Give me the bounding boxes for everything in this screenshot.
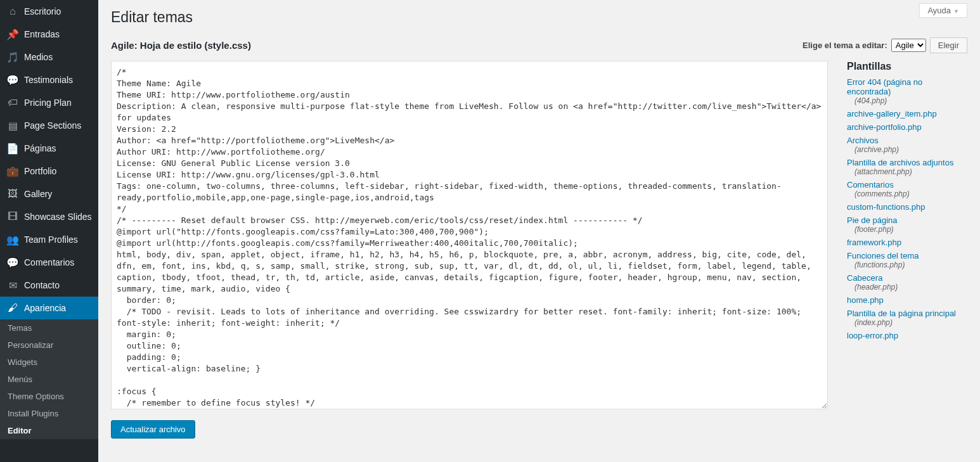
sidebar-item-label: Portfolio — [24, 166, 56, 176]
sidebar-item-label: Page Sections — [24, 120, 81, 131]
template-item: home.php — [847, 295, 967, 305]
template-link[interactable]: Plantilla de archivos adjuntos — [847, 158, 953, 167]
help-label: Ayuda — [927, 6, 951, 15]
choose-theme-button[interactable]: Elegir — [930, 37, 967, 53]
sidebar-item-comments[interactable]: 💬Comentarios — [0, 251, 98, 274]
sidebar-item-posts[interactable]: 📌Entradas — [0, 23, 98, 46]
template-item: Funciones del tema(functions.php) — [847, 251, 967, 269]
template-item: Pie de página(footer.php) — [847, 215, 967, 234]
sidebar-item-team[interactable]: 👥Team Profiles — [0, 228, 98, 251]
brush-icon: 🖌 — [6, 302, 19, 314]
comment-icon: 💬 — [6, 256, 19, 269]
sections-icon: ▤ — [6, 119, 19, 132]
template-filename: (header.php) — [847, 283, 967, 292]
code-editor[interactable] — [111, 61, 828, 409]
team-icon: 👥 — [6, 233, 19, 246]
template-item: Comentarios(comments.php) — [847, 180, 967, 198]
template-filename: (attachment.php) — [847, 167, 967, 176]
template-item: Plantilla de la página principal(index.p… — [847, 309, 967, 327]
theme-select-label: Elige el tema a editar: — [803, 41, 887, 50]
sidebar-item-contact[interactable]: ✉Contacto — [0, 274, 98, 297]
contact-icon: ✉ — [6, 279, 19, 292]
sidebar-item-label: Entradas — [24, 29, 60, 39]
template-link[interactable]: home.php — [847, 295, 884, 305]
sidebar-item-label: Páginas — [24, 143, 56, 153]
slides-icon: 🎞 — [6, 210, 19, 223]
help-tab[interactable]: Ayuda▼ — [919, 3, 967, 18]
templates-column: Plantillas Error 404 (página no encontra… — [847, 61, 967, 439]
editor-column: Actualizar archivo — [111, 61, 828, 439]
template-item: Plantilla de archivos adjuntos(attachmen… — [847, 158, 967, 176]
sidebar-sub-customize[interactable]: Personalizar — [0, 337, 98, 354]
sidebar-item-testimonials[interactable]: 💬Testimonials — [0, 68, 98, 91]
template-filename: (index.php) — [847, 318, 967, 327]
template-link[interactable]: Archivos — [847, 136, 879, 145]
pin-icon: 📌 — [6, 28, 19, 41]
template-item: Error 404 (página no encontrada)(404.php… — [847, 77, 967, 105]
sidebar-item-label: Pricing Plan — [24, 98, 72, 108]
template-link[interactable]: Funciones del tema — [847, 251, 919, 260]
theme-select[interactable]: Agile — [891, 39, 926, 52]
sidebar-sub-widgets[interactable]: Widgets — [0, 354, 98, 371]
template-item: archive-gallery_item.php — [847, 109, 967, 119]
template-item: archive-portfolio.php — [847, 122, 967, 132]
page-title: Editar temas — [111, 0, 967, 31]
template-item: custom-functions.php — [847, 202, 967, 212]
sidebar-item-gallery[interactable]: 🖼Gallery — [0, 183, 98, 205]
tag-icon: 🏷 — [6, 96, 19, 109]
theme-selector: Elige el tema a editar: Agile Elegir — [803, 37, 967, 53]
sidebar-sub-install-plugins[interactable]: Install Plugins — [0, 405, 98, 422]
sidebar-item-label: Apariencia — [24, 303, 66, 313]
sidebar-item-label: Medios — [24, 52, 53, 62]
sidebar-item-label: Contacto — [24, 280, 60, 290]
portfolio-icon: 💼 — [6, 165, 19, 177]
template-link[interactable]: archive-portfolio.php — [847, 122, 922, 132]
sidebar-sub-menus[interactable]: Menús — [0, 371, 98, 388]
sidebar-submenu: Temas Personalizar Widgets Menús Theme O… — [0, 319, 98, 439]
template-link[interactable]: Plantilla de la página principal — [847, 309, 956, 318]
sidebar-item-label: Comentarios — [24, 257, 74, 267]
sidebar-item-pages[interactable]: 📄Páginas — [0, 137, 98, 160]
template-filename: (functions.php) — [847, 260, 967, 269]
sidebar-item-pricing[interactable]: 🏷Pricing Plan — [0, 91, 98, 114]
main-content: Ayuda▼ Editar temas Agile: Hoja de estil… — [98, 0, 980, 462]
template-link[interactable]: Cabecera — [847, 273, 882, 283]
sidebar-sub-theme-options[interactable]: Theme Options — [0, 388, 98, 405]
sidebar-item-portfolio[interactable]: 💼Portfolio — [0, 160, 98, 183]
file-header-row: Agile: Hoja de estilo (style.css) Elige … — [111, 37, 967, 53]
template-filename: (archive.php) — [847, 145, 967, 154]
sidebar-item-page-sections[interactable]: ▤Page Sections — [0, 114, 98, 137]
sidebar-item-appearance[interactable]: 🖌Apariencia — [0, 297, 98, 319]
sidebar-item-label: Testimonials — [24, 75, 73, 85]
template-filename: (404.php) — [847, 96, 967, 105]
sidebar-sub-editor[interactable]: Editor — [0, 422, 98, 439]
template-item: framework.php — [847, 238, 967, 247]
template-link[interactable]: Pie de página — [847, 215, 898, 225]
update-file-button[interactable]: Actualizar archivo — [111, 420, 195, 439]
template-link[interactable]: framework.php — [847, 238, 901, 247]
sidebar-item-label: Escritorio — [24, 6, 61, 16]
sidebar-sub-themes[interactable]: Temas — [0, 319, 98, 337]
template-link[interactable]: Error 404 (página no encontrada) — [847, 77, 922, 96]
template-link[interactable]: loop-error.php — [847, 331, 898, 340]
sidebar-item-media[interactable]: 🎵Medios — [0, 46, 98, 68]
page-icon: 📄 — [6, 142, 19, 155]
template-item: loop-error.php — [847, 331, 967, 340]
templates-list: Error 404 (página no encontrada)(404.php… — [847, 77, 967, 340]
media-icon: 🎵 — [6, 51, 19, 63]
template-filename: (comments.php) — [847, 189, 967, 198]
sidebar-item-label: Gallery — [24, 189, 52, 199]
templates-heading: Plantillas — [847, 61, 967, 72]
template-filename: (footer.php) — [847, 225, 967, 234]
sidebar-item-label: Team Profiles — [24, 234, 78, 245]
sidebar-item-showcase[interactable]: 🎞Showcase Slides — [0, 205, 98, 228]
chevron-down-icon: ▼ — [953, 8, 959, 15]
admin-sidebar: ⌂Escritorio 📌Entradas 🎵Medios 💬Testimoni… — [0, 0, 98, 462]
chat-icon: 💬 — [6, 74, 19, 86]
gallery-icon: 🖼 — [6, 188, 19, 200]
template-item: Archivos(archive.php) — [847, 136, 967, 154]
sidebar-item-dashboard[interactable]: ⌂Escritorio — [0, 0, 98, 23]
template-link[interactable]: archive-gallery_item.php — [847, 109, 937, 119]
template-link[interactable]: custom-functions.php — [847, 202, 925, 212]
template-link[interactable]: Comentarios — [847, 180, 894, 189]
